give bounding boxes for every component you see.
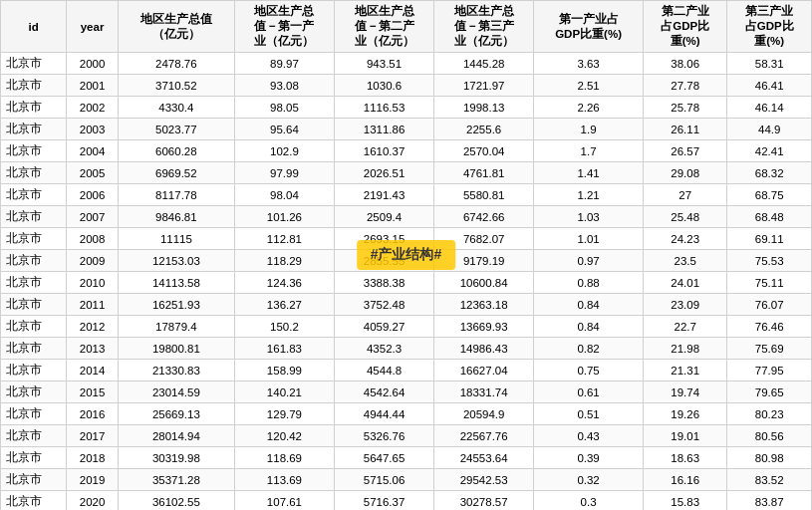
table-row: 北京市201116251.93136.273752.4812363.180.84… xyxy=(1,294,812,316)
cell-gdp_total: 28014.94 xyxy=(118,425,234,447)
cell-gdp_secondary: 5715.06 xyxy=(335,469,434,491)
data-table: id year 地区生产总值（亿元） 地区生产总值－第一产业（亿元） 地区生产总… xyxy=(0,0,812,510)
cell-primary_pct: 0.32 xyxy=(534,469,644,491)
cell-secondary_pct: 24.23 xyxy=(643,228,726,250)
cell-gdp_total: 8117.78 xyxy=(118,184,234,206)
cell-id: 北京市 xyxy=(1,382,67,403)
col-header-secondary-pct: 第二产业占GDP比重(%) xyxy=(643,1,726,53)
cell-tertiary_pct: 76.07 xyxy=(727,294,812,316)
cell-primary_pct: 0.43 xyxy=(534,425,644,447)
cell-gdp_total: 30319.98 xyxy=(118,447,234,469)
cell-gdp_tertiary: 22567.76 xyxy=(434,425,534,447)
cell-gdp_secondary: 3752.48 xyxy=(335,294,434,316)
cell-secondary_pct: 16.16 xyxy=(643,469,726,491)
cell-year: 2007 xyxy=(67,206,119,228)
cell-primary_pct: 1.7 xyxy=(534,140,644,162)
cell-gdp_total: 11115 xyxy=(118,228,234,250)
cell-gdp_secondary: 2693.15 xyxy=(335,228,434,250)
cell-secondary_pct: 19.01 xyxy=(643,425,726,447)
cell-gdp_secondary: 4544.8 xyxy=(335,360,434,382)
cell-year: 2013 xyxy=(67,338,119,360)
cell-gdp_secondary: 2855.55 xyxy=(335,250,434,272)
cell-gdp_secondary: 2026.51 xyxy=(335,162,434,184)
cell-tertiary_pct: 46.41 xyxy=(727,75,812,97)
cell-gdp_tertiary: 10600.84 xyxy=(434,272,534,294)
cell-gdp_tertiary: 16627.04 xyxy=(434,360,534,382)
cell-gdp_primary: 140.21 xyxy=(234,382,334,403)
cell-tertiary_pct: 58.31 xyxy=(727,53,812,75)
cell-gdp_total: 21330.83 xyxy=(118,360,234,382)
cell-year: 2012 xyxy=(67,316,119,338)
cell-id: 北京市 xyxy=(1,447,67,469)
table-row: 北京市201319800.81161.834352.314986.430.822… xyxy=(1,338,812,360)
cell-tertiary_pct: 68.32 xyxy=(727,162,812,184)
cell-gdp_tertiary: 5580.81 xyxy=(434,184,534,206)
cell-tertiary_pct: 75.69 xyxy=(727,338,812,360)
cell-id: 北京市 xyxy=(1,206,67,228)
cell-gdp_secondary: 1116.53 xyxy=(335,97,434,119)
table-row: 北京市20068117.7898.042191.435580.811.21276… xyxy=(1,184,812,206)
cell-year: 2002 xyxy=(67,97,119,119)
table-row: 北京市20046060.28102.91610.372570.041.726.5… xyxy=(1,140,812,162)
cell-year: 2003 xyxy=(67,119,119,140)
cell-year: 2011 xyxy=(67,294,119,316)
cell-tertiary_pct: 80.56 xyxy=(727,425,812,447)
cell-tertiary_pct: 83.52 xyxy=(727,469,812,491)
cell-primary_pct: 1.21 xyxy=(534,184,644,206)
cell-secondary_pct: 23.09 xyxy=(643,294,726,316)
cell-primary_pct: 0.97 xyxy=(534,250,644,272)
cell-gdp_total: 6969.52 xyxy=(118,162,234,184)
cell-gdp_primary: 89.97 xyxy=(234,53,334,75)
cell-gdp_primary: 107.61 xyxy=(234,491,334,511)
cell-secondary_pct: 19.74 xyxy=(643,382,726,403)
cell-year: 2009 xyxy=(67,250,119,272)
col-header-year: year xyxy=(67,1,119,53)
table-row: 北京市20056969.5297.992026.514761.811.4129.… xyxy=(1,162,812,184)
table-row: 北京市20079846.81101.262509.46742.661.0325.… xyxy=(1,206,812,228)
cell-gdp_secondary: 3388.38 xyxy=(335,272,434,294)
table-row: 北京市201625669.13129.794944.4420594.90.511… xyxy=(1,403,812,425)
cell-gdp_total: 5023.77 xyxy=(118,119,234,140)
cell-gdp_primary: 98.05 xyxy=(234,97,334,119)
table-row: 北京市201014113.58124.363388.3810600.840.88… xyxy=(1,272,812,294)
cell-id: 北京市 xyxy=(1,250,67,272)
cell-gdp_secondary: 4542.64 xyxy=(335,382,434,403)
table-row: 北京市202036102.55107.615716.3730278.570.31… xyxy=(1,491,812,511)
cell-year: 2014 xyxy=(67,360,119,382)
cell-id: 北京市 xyxy=(1,119,67,140)
cell-year: 2000 xyxy=(67,53,119,75)
cell-id: 北京市 xyxy=(1,140,67,162)
cell-gdp_tertiary: 1445.28 xyxy=(434,53,534,75)
table-row: 北京市201830319.98118.695647.6524553.640.39… xyxy=(1,447,812,469)
table-row: 北京市20035023.7795.641311.862255.61.926.11… xyxy=(1,119,812,140)
cell-gdp_tertiary: 13669.93 xyxy=(434,316,534,338)
cell-gdp_tertiary: 12363.18 xyxy=(434,294,534,316)
cell-gdp_primary: 112.81 xyxy=(234,228,334,250)
cell-gdp_total: 16251.93 xyxy=(118,294,234,316)
cell-tertiary_pct: 79.65 xyxy=(727,382,812,403)
table-row: 北京市20002478.7689.97943.511445.283.6338.0… xyxy=(1,53,812,75)
cell-id: 北京市 xyxy=(1,425,67,447)
cell-tertiary_pct: 83.87 xyxy=(727,491,812,511)
cell-gdp_primary: 150.2 xyxy=(234,316,334,338)
cell-gdp_secondary: 1610.37 xyxy=(335,140,434,162)
cell-year: 2004 xyxy=(67,140,119,162)
cell-gdp_secondary: 5716.37 xyxy=(335,491,434,511)
cell-gdp_primary: 129.79 xyxy=(234,403,334,425)
cell-gdp_total: 12153.03 xyxy=(118,250,234,272)
table-container[interactable]: #产业结构# id year 地区生产总值（亿元） 地区生产总值－第一产业（亿元… xyxy=(0,0,812,510)
cell-year: 2015 xyxy=(67,382,119,403)
cell-gdp_tertiary: 7682.07 xyxy=(434,228,534,250)
cell-gdp_total: 23014.59 xyxy=(118,382,234,403)
cell-tertiary_pct: 46.14 xyxy=(727,97,812,119)
col-header-gdp-primary: 地区生产总值－第一产业（亿元） xyxy=(234,1,334,53)
cell-gdp_primary: 136.27 xyxy=(234,294,334,316)
cell-year: 2010 xyxy=(67,272,119,294)
cell-gdp_tertiary: 2255.6 xyxy=(434,119,534,140)
cell-gdp_secondary: 1311.86 xyxy=(335,119,434,140)
cell-secondary_pct: 27 xyxy=(643,184,726,206)
cell-primary_pct: 1.01 xyxy=(534,228,644,250)
cell-secondary_pct: 15.83 xyxy=(643,491,726,511)
cell-primary_pct: 0.82 xyxy=(534,338,644,360)
cell-gdp_tertiary: 1721.97 xyxy=(434,75,534,97)
